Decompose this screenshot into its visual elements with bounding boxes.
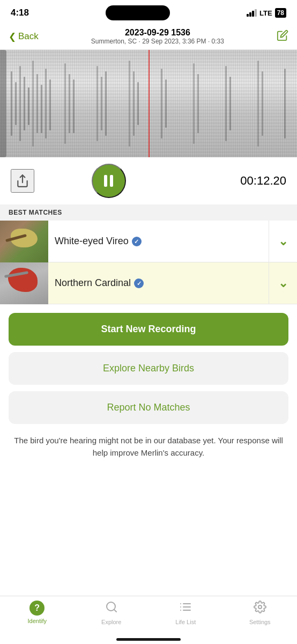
svg-rect-10 <box>64 63 66 144</box>
svg-rect-20 <box>165 79 167 128</box>
svg-rect-2 <box>19 66 21 141</box>
settings-icon <box>254 601 266 617</box>
svg-rect-24 <box>229 77 231 130</box>
svg-rect-8 <box>45 69 47 138</box>
svg-rect-22 <box>197 74 199 133</box>
tab-explore-label: Explore <box>101 619 121 625</box>
svg-rect-11 <box>69 74 70 133</box>
status-icons: LTE 78 <box>247 8 286 18</box>
status-bar: 4:18 LTE 78 <box>0 0 297 24</box>
life-list-icon <box>179 601 192 617</box>
status-notch <box>106 5 170 20</box>
tab-bar: ? Identify Explore Life List <box>0 596 297 644</box>
svg-line-30 <box>114 610 116 612</box>
cardinal-name: Northern Cardinal <box>55 277 131 289</box>
svg-rect-6 <box>36 74 38 133</box>
tab-identify[interactable]: ? Identify <box>0 601 75 624</box>
svg-rect-18 <box>137 82 139 125</box>
svg-rect-17 <box>133 71 135 136</box>
match-row-vireo[interactable]: White-eyed Vireo ⌄ <box>0 221 297 262</box>
svg-rect-7 <box>41 85 42 133</box>
svg-rect-19 <box>161 69 162 138</box>
svg-rect-26 <box>262 71 263 136</box>
svg-rect-1 <box>15 82 17 125</box>
nav-subtitle: Summerton, SC · 29 Sep 2023, 3:36 PM · 0… <box>91 38 224 45</box>
back-label: Back <box>18 31 39 42</box>
svg-rect-3 <box>24 77 25 130</box>
svg-rect-4 <box>28 87 29 125</box>
pause-icon <box>104 175 113 187</box>
nav-title-area: 2023-09-29 1536 Summerton, SC · 29 Sep 2… <box>91 28 224 45</box>
vireo-image <box>0 221 48 262</box>
best-matches-header: BEST MATCHES <box>0 204 297 221</box>
share-icon <box>16 174 29 188</box>
playback-timer: 00:12.20 <box>240 174 286 188</box>
match-row-cardinal[interactable]: Northern Cardinal ⌄ <box>0 262 297 304</box>
chevron-down-icon-2: ⌄ <box>278 276 288 290</box>
svg-rect-16 <box>129 61 130 147</box>
home-indicator <box>116 638 181 641</box>
svg-rect-13 <box>96 66 98 141</box>
cardinal-name-area: Northern Cardinal <box>48 262 269 304</box>
svg-rect-12 <box>73 79 75 133</box>
tab-identify-label: Identify <box>28 618 47 624</box>
chevron-down-icon: ⌄ <box>278 235 288 248</box>
back-chevron-icon: ❮ <box>9 31 16 42</box>
nav-title: 2023-09-29 1536 <box>91 28 224 38</box>
tab-explore[interactable]: Explore <box>75 601 149 625</box>
explore-icon <box>105 601 118 617</box>
vireo-name-area: White-eyed Vireo <box>48 221 269 262</box>
start-new-recording-button[interactable]: Start New Recording <box>9 313 288 346</box>
vireo-verified-badge <box>132 237 142 246</box>
svg-rect-5 <box>32 61 34 147</box>
svg-rect-27 <box>284 69 286 138</box>
svg-rect-23 <box>225 66 227 141</box>
nav-bar: ❮ Back 2023-09-29 1536 Summerton, SC · 2… <box>0 24 297 50</box>
svg-point-37 <box>258 605 262 609</box>
spectrogram[interactable] <box>0 50 297 157</box>
status-time: 4:18 <box>11 8 29 18</box>
cardinal-verified-badge <box>134 279 144 288</box>
svg-rect-14 <box>101 77 102 130</box>
edit-button[interactable] <box>277 30 288 44</box>
cardinal-chevron-button[interactable]: ⌄ <box>269 262 297 304</box>
back-button[interactable]: ❮ Back <box>9 31 39 42</box>
battery-indicator: 78 <box>275 8 286 18</box>
cardinal-image <box>0 262 48 304</box>
svg-rect-9 <box>49 79 51 130</box>
vireo-chevron-button[interactable]: ⌄ <box>269 221 297 262</box>
playback-controls: 00:12.20 <box>0 157 297 204</box>
share-button[interactable] <box>11 169 34 193</box>
pause-button[interactable] <box>92 164 126 198</box>
tab-settings-label: Settings <box>249 619 271 625</box>
helper-text: The bird you're hearing might not be in … <box>0 428 297 465</box>
svg-rect-21 <box>193 63 195 144</box>
tab-settings[interactable]: Settings <box>223 601 298 625</box>
edit-icon <box>277 30 288 41</box>
lte-label: LTE <box>259 9 272 17</box>
report-no-matches-button[interactable]: Report No Matches <box>9 391 288 424</box>
signal-bars <box>247 9 257 17</box>
vireo-name: White-eyed Vireo <box>55 236 129 247</box>
tab-life-list[interactable]: Life List <box>148 601 223 625</box>
svg-rect-15 <box>105 71 107 136</box>
svg-rect-25 <box>257 61 259 147</box>
svg-rect-0 <box>11 71 12 136</box>
spectrogram-visual <box>0 50 297 157</box>
identify-icon: ? <box>29 601 44 616</box>
action-buttons-area: Start New Recording Explore Nearby Birds… <box>0 304 297 428</box>
explore-nearby-birds-button[interactable]: Explore Nearby Birds <box>9 352 288 385</box>
tab-life-list-label: Life List <box>175 619 196 625</box>
